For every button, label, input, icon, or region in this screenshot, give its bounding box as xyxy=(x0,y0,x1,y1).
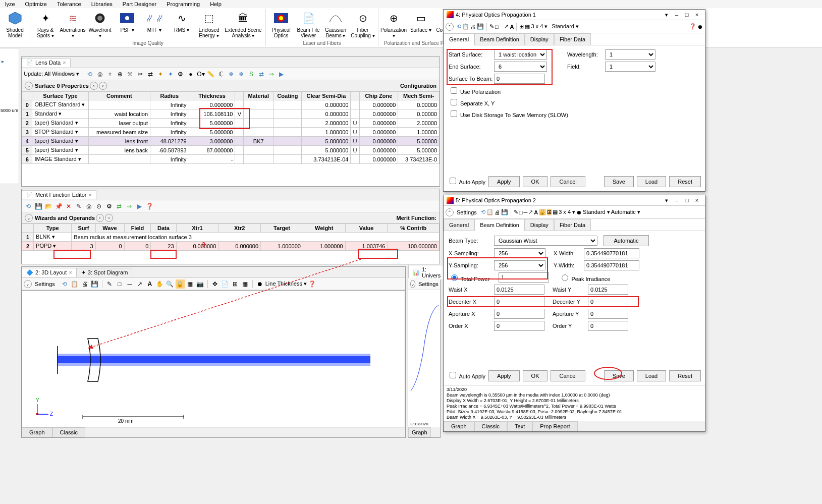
collapse-icon[interactable]: ⌄ xyxy=(410,280,415,288)
arrow-icon[interactable]: ↗ xyxy=(135,279,144,289)
merit-function-table[interactable]: TypeSurfWaveFieldDataXtr1Xtr2TargetWeigh… xyxy=(22,223,440,251)
waist-y-input[interactable] xyxy=(588,285,628,295)
x-sampling-select[interactable]: 256 xyxy=(494,248,545,258)
line-icon[interactable]: ─ xyxy=(500,24,504,30)
menu-optimize[interactable]: Optimize xyxy=(25,1,47,7)
ribbon-gaussian[interactable]: Gaussian Beams ▾ xyxy=(322,9,349,40)
arrow-icon[interactable]: ⇒ xyxy=(125,202,134,211)
text-icon[interactable]: A xyxy=(145,279,154,289)
ribbon-rms[interactable]: ∿RMS ▾ xyxy=(169,9,195,40)
minimize-icon[interactable]: – xyxy=(672,12,682,18)
play-icon[interactable]: ▶ xyxy=(277,70,286,79)
order-x-input[interactable] xyxy=(494,321,544,331)
save-button[interactable]: Save xyxy=(604,370,634,381)
record-icon[interactable]: ⏺ xyxy=(255,279,264,289)
layout-tab-3d[interactable]: 🔷 2: 3D Layout × xyxy=(22,268,77,277)
refresh-icon[interactable]: ⟲ xyxy=(481,209,485,215)
pop1-tab-beam[interactable]: Beam Definition xyxy=(474,33,525,45)
square-icon[interactable]: □ xyxy=(519,209,523,215)
swap-icon[interactable]: ⇄ xyxy=(257,70,266,79)
arrows-icon[interactable]: ⇄ xyxy=(146,70,155,79)
bottom-tab-graph[interactable]: Graph xyxy=(22,427,52,437)
ribbon-enclosed-energy[interactable]: ⬚Enclosed Energy ▾ xyxy=(196,9,222,40)
settings-button[interactable]: Settings xyxy=(35,281,55,287)
ribbon-shaded-model[interactable]: Shaded Model xyxy=(2,9,28,46)
collapse-icon[interactable]: ⌃ xyxy=(446,208,454,216)
peak-irradiance-radio[interactable]: Peak Irradiance xyxy=(559,273,610,282)
collapse-icon[interactable]: ⌄ xyxy=(24,280,32,288)
lock-icon[interactable]: 🔒 xyxy=(176,279,185,289)
pop1-tab-display[interactable]: Display xyxy=(525,33,554,45)
pencil-icon[interactable]: ✎ xyxy=(105,279,114,289)
reset-button[interactable]: Reset xyxy=(669,370,701,381)
save-icon[interactable]: 💾 xyxy=(501,209,508,215)
maximize-icon[interactable]: □ xyxy=(682,12,692,18)
save-button[interactable]: Save xyxy=(604,176,634,187)
grid4-icon[interactable]: ⊞ xyxy=(231,279,240,289)
collapse-icon[interactable]: ⌄ xyxy=(25,82,33,90)
ribbon-fiber[interactable]: ⊙Fiber Coupling ▾ xyxy=(350,9,376,40)
ribbon-physical-optics[interactable]: Physical Optics xyxy=(268,9,294,40)
delete-icon[interactable]: ✕ xyxy=(64,202,73,211)
maximize-icon[interactable]: □ xyxy=(682,197,692,203)
pop2-tab-fiber[interactable]: Fiber Data xyxy=(554,219,591,231)
grid9-icon[interactable]: ▦ xyxy=(553,209,558,215)
square-icon[interactable]: □ xyxy=(115,279,124,289)
menu-help[interactable]: Help xyxy=(210,1,222,7)
update-dropdown[interactable]: Update: All Windows ▾ xyxy=(24,71,79,77)
use-disk-check[interactable]: Use Disk Storage To Save Memory (SLOW) xyxy=(449,109,568,119)
refresh-icon[interactable]: ⟲ xyxy=(85,70,94,79)
separate-xy-check[interactable]: Separate X, Y xyxy=(449,97,495,107)
lens-data-table[interactable]: Surface TypeCommentRadiusThicknessMateri… xyxy=(22,91,440,164)
bottom-tab-prop[interactable]: Prop Report xyxy=(532,421,577,431)
decenter-y-input[interactable] xyxy=(588,297,628,307)
merit-tab[interactable]: 📄 Merit Function Editor × xyxy=(22,190,96,199)
square-icon[interactable]: □ xyxy=(495,24,499,30)
pencil-icon[interactable]: ✎ xyxy=(489,23,494,30)
ribbon-extended-scene[interactable]: 🏛Extended Scene Analysis ▾ xyxy=(223,9,263,40)
beam-type-select[interactable]: Gaussian Waist xyxy=(494,236,597,246)
menu-tolerance[interactable]: Tolerance xyxy=(57,1,81,7)
help-icon[interactable]: ❓ xyxy=(145,202,154,211)
next-icon[interactable]: › xyxy=(99,82,107,90)
copy-icon[interactable]: 📋 xyxy=(462,23,469,30)
cube-icon[interactable]: ▦ xyxy=(186,279,195,289)
pop1-tab-general[interactable]: General xyxy=(444,33,474,45)
collapse-icon[interactable]: ⌃ xyxy=(446,23,454,31)
reset-button[interactable]: Reset xyxy=(669,176,701,187)
arrow-icon[interactable]: ⇒ xyxy=(267,70,276,79)
target-icon[interactable]: ◎ xyxy=(95,70,104,79)
line-icon[interactable]: ─ xyxy=(125,279,134,289)
ruler-icon[interactable]: 📏 xyxy=(206,70,215,79)
decenter-x-input[interactable] xyxy=(494,297,544,307)
left-dock[interactable]: ▸ xyxy=(0,48,19,184)
aperture-y-input[interactable] xyxy=(588,309,628,319)
arrow-icon[interactable]: ↗ xyxy=(528,209,533,215)
y-width-input[interactable] xyxy=(584,260,639,270)
grid4-icon[interactable]: ⊞ xyxy=(547,209,552,215)
bottom-tab-graph[interactable]: Graph xyxy=(444,421,474,431)
arrow-icon[interactable]: ↗ xyxy=(504,23,509,30)
end-surface-select[interactable]: 6 xyxy=(494,62,547,72)
menu-part-designer[interactable]: Part Designer xyxy=(123,1,156,7)
save-icon[interactable]: 💾 xyxy=(90,279,99,289)
text-icon[interactable]: A xyxy=(534,209,538,215)
snow1-icon[interactable]: ❄ xyxy=(227,70,236,79)
help-icon[interactable]: ❓ xyxy=(308,279,317,289)
pop2-tab-general[interactable]: General xyxy=(444,219,474,231)
close-icon[interactable]: × xyxy=(63,60,66,66)
field-select[interactable]: 1 xyxy=(605,62,655,72)
dot-icon[interactable]: ● xyxy=(186,70,195,79)
order-y-input[interactable] xyxy=(588,321,628,331)
auto-apply-check[interactable]: Auto Apply xyxy=(448,370,485,381)
collapse-icon[interactable]: ⌄ xyxy=(25,214,33,222)
tool-icon[interactable]: ⚒ xyxy=(126,70,135,79)
copy-icon[interactable]: 📋 xyxy=(70,279,79,289)
zoom-icon[interactable]: 🔍 xyxy=(166,279,175,289)
doc-icon[interactable]: 📄 xyxy=(221,279,230,289)
grid9-icon[interactable]: ▦ xyxy=(241,279,250,289)
ribbon-psf[interactable]: PSF ▾ xyxy=(114,9,140,40)
use-polarization-check[interactable]: Use Polarization xyxy=(449,86,501,95)
line-icon[interactable]: ─ xyxy=(523,209,527,215)
scissors-icon[interactable]: ✂ xyxy=(136,70,145,79)
